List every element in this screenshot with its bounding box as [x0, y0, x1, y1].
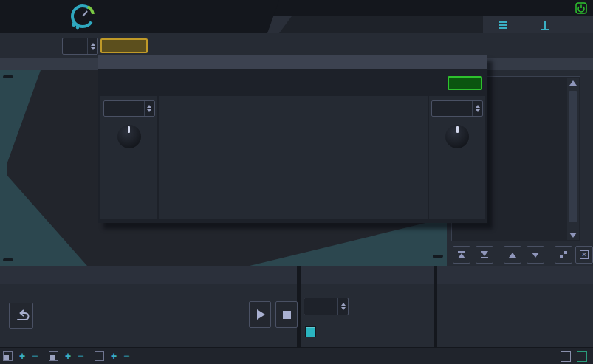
window-scale-icon[interactable]	[49, 351, 58, 361]
plugin-window: ✕	[0, 0, 593, 364]
graph-range-badge	[3, 75, 13, 78]
window-scale-icon[interactable]	[3, 351, 13, 361]
file-move-last-button[interactable]	[476, 246, 493, 264]
menu-button[interactable]	[499, 16, 511, 33]
disconnect-icon[interactable]	[577, 351, 587, 362]
file-move-down-button[interactable]	[527, 246, 544, 264]
scale-minus-button[interactable]: −	[32, 351, 38, 361]
about-button[interactable]	[541, 16, 553, 33]
graph-position-badge	[433, 255, 443, 258]
processor-controls	[0, 284, 593, 347]
active-checkbox[interactable]	[305, 326, 321, 337]
play-icon	[257, 309, 265, 320]
fade-in-region	[0, 70, 87, 266]
wet-eq-overlay	[98, 55, 487, 223]
file-move-first-button[interactable]	[453, 246, 470, 264]
fade-out-region	[250, 218, 447, 266]
eq-bands-section	[159, 96, 428, 219]
spinner-icon[interactable]	[87, 38, 97, 54]
low-cut-section	[100, 96, 157, 219]
spinner-icon[interactable]	[337, 298, 348, 315]
wet-eq-title	[98, 55, 487, 69]
processor-headers-left	[0, 266, 297, 284]
spinner-icon[interactable]	[472, 101, 482, 116]
font-plus-button[interactable]: +	[111, 351, 117, 361]
high-cut-frequency-knob[interactable]	[442, 121, 473, 152]
source-combo[interactable]	[304, 298, 349, 315]
file-swap-button[interactable]	[555, 246, 572, 264]
scrollbar-thumb[interactable]	[569, 91, 577, 222]
ir-equalizer-button[interactable]	[100, 38, 148, 53]
low-cut-slope-combo[interactable]	[103, 100, 155, 117]
reverse-arrow-icon	[13, 309, 30, 323]
scale-plus-button[interactable]: +	[65, 351, 71, 361]
scale-minus-button[interactable]: −	[78, 351, 83, 361]
high-cut-slope-combo[interactable]	[431, 100, 483, 117]
logo-knob-icon	[69, 2, 97, 32]
processor-headers-right	[437, 266, 593, 284]
file-move-up-button[interactable]	[504, 246, 521, 264]
high-cut-section	[429, 96, 485, 219]
fft-frame-combo[interactable]	[62, 38, 98, 55]
scroll-up-button[interactable]	[567, 78, 579, 88]
processor-headers-mid	[301, 266, 434, 284]
reverse-button[interactable]	[9, 303, 33, 329]
font-size-icon[interactable]	[95, 351, 104, 361]
graph-file-badge	[3, 258, 13, 261]
stop-icon	[283, 311, 291, 319]
status-bar: + − + − + −	[0, 347, 593, 364]
font-minus-button[interactable]: −	[123, 351, 129, 361]
scale-plus-button[interactable]: +	[19, 351, 25, 361]
listen-stop-button[interactable]	[275, 301, 298, 328]
help-icon[interactable]	[561, 351, 571, 362]
about-icon	[541, 21, 549, 30]
power-icon[interactable]	[575, 2, 587, 14]
checkbox-icon	[305, 326, 316, 337]
eq-enable-button[interactable]	[448, 76, 482, 90]
processor-panel	[0, 266, 593, 347]
logo	[0, 0, 279, 33]
file-list-scrollbar[interactable]	[567, 78, 579, 240]
spinner-icon[interactable]	[144, 101, 154, 116]
menu-icon	[499, 21, 507, 29]
file-remove-button[interactable]: ✕	[575, 246, 593, 264]
preset-strip	[279, 16, 483, 33]
scroll-down-button[interactable]	[567, 230, 579, 240]
low-cut-frequency-knob[interactable]	[114, 121, 145, 152]
listen-play-button[interactable]	[249, 301, 271, 328]
